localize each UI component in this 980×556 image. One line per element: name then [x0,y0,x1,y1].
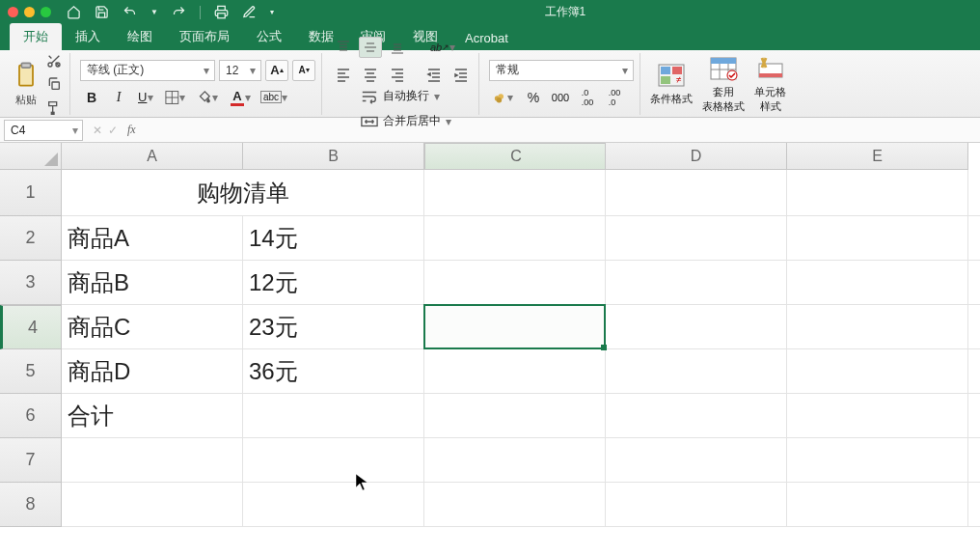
cell[interactable] [787,261,968,305]
decrease-decimal-button[interactable]: .00.0 [603,87,626,108]
maximize-window-button[interactable] [41,7,51,17]
cell-A5[interactable]: 商品D [62,349,243,394]
row-header-7[interactable]: 7 [0,438,62,483]
conditional-format-button[interactable]: ≠ 条件格式 [650,61,693,106]
wrap-text-button[interactable]: 自动换行 ▾ [360,87,452,106]
edit-icon[interactable] [242,5,257,19]
cell[interactable] [968,305,980,349]
italic-button[interactable]: I [107,87,130,108]
orientation-button[interactable]: ab↗▾ [428,37,457,58]
cell[interactable] [787,216,968,261]
align-center-button[interactable] [359,64,382,85]
cell[interactable] [787,394,968,438]
cell[interactable] [62,438,243,483]
comma-button[interactable]: 000 [549,87,572,108]
fill-color-button[interactable]: ▾ [194,87,223,108]
cell[interactable] [606,305,787,349]
redo-icon[interactable] [172,5,186,19]
print-icon[interactable] [214,5,229,19]
cell[interactable] [606,216,787,261]
undo-dropdown-icon[interactable]: ▼ [150,9,158,16]
cell[interactable] [424,305,606,349]
formula-input[interactable] [146,120,980,141]
cell-B2[interactable]: 14元 [243,216,424,261]
format-as-table-button[interactable]: 套用 表格格式 [702,54,745,114]
cell[interactable] [424,170,606,216]
tab-insert[interactable]: 插入 [62,23,114,50]
column-header-A[interactable]: A [62,143,243,170]
row-header-5[interactable]: 5 [0,349,62,394]
row-header-6[interactable]: 6 [0,394,62,438]
format-painter-icon[interactable] [44,97,64,117]
cell[interactable] [787,438,968,483]
border-button[interactable]: ▾ [161,87,190,108]
cancel-formula-button[interactable]: ✕ [93,124,102,137]
increase-indent-button[interactable] [449,64,473,85]
align-bottom-button[interactable] [386,37,409,58]
cell[interactable] [968,170,980,216]
cell[interactable] [424,261,606,305]
underline-button[interactable]: U▾ [134,87,157,108]
name-box[interactable]: C4 ▾ [4,120,83,141]
tab-draw[interactable]: 绘图 [114,23,166,50]
cell[interactable] [968,483,980,527]
cell[interactable] [243,438,424,483]
tab-page-layout[interactable]: 页面布局 [166,23,243,50]
align-left-button[interactable] [332,64,355,85]
close-window-button[interactable] [8,7,18,17]
cell[interactable] [968,349,980,394]
fx-icon[interactable]: fx [123,123,140,137]
font-name-select[interactable]: 等线 (正文)▾ [80,60,215,81]
cell[interactable] [606,170,787,216]
cell[interactable] [606,438,787,483]
row-header-3[interactable]: 3 [0,261,62,305]
undo-icon[interactable] [122,5,137,19]
cell[interactable] [606,261,787,305]
cell-B4[interactable]: 23元 [243,305,424,349]
row-header-8[interactable]: 8 [0,483,62,527]
cell-A1[interactable]: 购物清单 [62,170,424,216]
cell[interactable] [606,483,787,527]
cell[interactable] [606,394,787,438]
column-header-B[interactable]: B [243,143,424,170]
cell[interactable] [424,438,606,483]
align-top-button[interactable] [332,37,355,58]
paste-icon[interactable] [12,60,41,89]
decrease-font-button[interactable]: A▾ [292,60,315,81]
row-header-1[interactable]: 1 [0,170,62,216]
decrease-indent-button[interactable] [422,64,446,85]
tab-home[interactable]: 开始 [10,23,62,50]
number-format-select[interactable]: 常规▾ [489,60,634,81]
row-header-2[interactable]: 2 [0,216,62,261]
cell[interactable] [62,483,243,527]
align-right-button[interactable] [386,64,409,85]
cell[interactable] [968,216,980,261]
cell-A3[interactable]: 商品B [62,261,243,305]
cell[interactable] [787,305,968,349]
accept-formula-button[interactable]: ✓ [108,124,118,137]
cell-A2[interactable]: 商品A [62,216,243,261]
home-icon[interactable] [67,5,81,19]
cell[interactable] [968,261,980,305]
cell[interactable] [968,438,980,483]
save-icon[interactable] [95,5,109,19]
percent-button[interactable]: % [522,87,545,108]
increase-font-button[interactable]: A▴ [265,60,288,81]
column-header-E[interactable]: E [787,143,968,170]
bold-button[interactable]: B [80,87,103,108]
cell-B3[interactable]: 12元 [243,261,424,305]
cell-A4[interactable]: 商品C [62,305,243,349]
cell[interactable] [424,394,606,438]
column-header-C[interactable]: C [424,143,606,170]
copy-icon[interactable] [44,74,64,94]
increase-decimal-button[interactable]: .0.00 [576,87,599,108]
cell[interactable] [424,483,606,527]
cell[interactable] [424,349,606,394]
cell-A6[interactable]: 合计 [62,394,243,438]
cell[interactable] [243,394,424,438]
tab-formulas[interactable]: 公式 [243,23,295,50]
cell[interactable] [787,483,968,527]
cell[interactable] [968,394,980,438]
select-all-corner[interactable] [0,143,62,170]
column-header-D[interactable]: D [606,143,787,170]
